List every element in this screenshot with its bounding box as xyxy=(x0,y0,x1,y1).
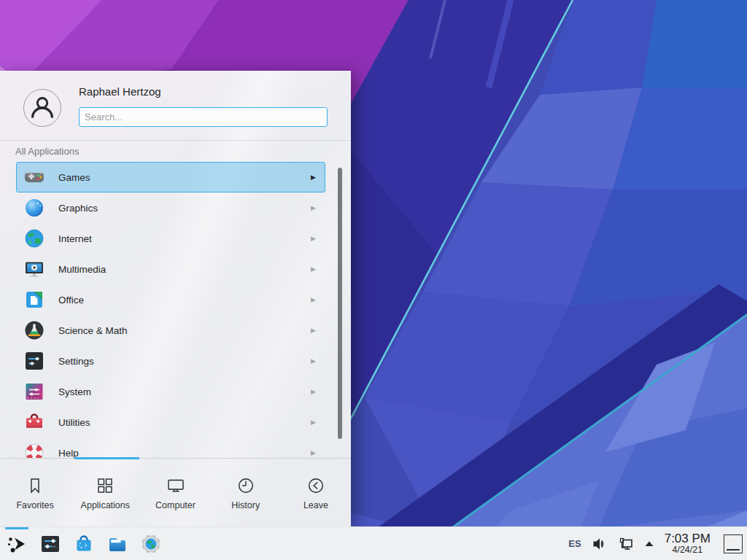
category-label: Settings xyxy=(58,356,94,367)
tab-computer[interactable]: Computer xyxy=(140,459,210,526)
multimedia-icon xyxy=(23,257,46,281)
computer-monitor-icon xyxy=(166,475,186,496)
leave-back-icon xyxy=(306,475,326,496)
launcher-tab-bar: Favorites Applications Compute xyxy=(0,458,351,526)
tab-label: History xyxy=(231,500,260,510)
list-scrollbar[interactable] xyxy=(338,168,342,439)
submenu-arrow-icon: ▶ xyxy=(311,388,316,395)
user-avatar[interactable] xyxy=(23,89,61,127)
submenu-arrow-icon: ▶ xyxy=(311,327,316,334)
gamepad-icon xyxy=(23,166,46,189)
discover-bag-icon xyxy=(72,532,96,556)
application-launcher-menu: Raphael Hertzog All Applications Games xyxy=(0,71,351,526)
submenu-arrow-icon: ▶ xyxy=(311,449,316,456)
category-row-settings[interactable]: Settings ▶ xyxy=(16,346,325,376)
kde-launcher-icon xyxy=(5,532,28,556)
tab-label: Applications xyxy=(81,500,130,510)
submenu-arrow-icon: ▶ xyxy=(311,174,316,181)
graphics-sphere-icon xyxy=(23,196,46,219)
category-row-system[interactable]: System ▶ xyxy=(16,376,325,407)
digital-clock[interactable]: 7:03 PM 4/24/21 xyxy=(665,532,711,555)
applications-grid-icon xyxy=(95,475,115,496)
help-lifebuoy-icon xyxy=(23,441,46,458)
submenu-arrow-icon: ▶ xyxy=(311,265,316,273)
desktop: Raphael Hertzog All Applications Games xyxy=(0,0,747,560)
submenu-arrow-icon: ▶ xyxy=(311,296,316,303)
volume-icon[interactable] xyxy=(592,536,608,552)
category-label: Games xyxy=(58,172,90,183)
system-settings-icon xyxy=(39,532,62,556)
submenu-arrow-icon: ▶ xyxy=(311,419,316,426)
category-label: Office xyxy=(58,295,84,306)
category-row-utilities[interactable]: Utilities ▶ xyxy=(16,407,325,438)
category-list: Games ▶ Graphics ▶ xyxy=(0,162,351,458)
keyboard-layout-indicator[interactable]: ES xyxy=(568,538,581,549)
tab-applications[interactable]: Applications xyxy=(70,459,140,526)
category-label: Graphics xyxy=(58,203,98,214)
category-row-office[interactable]: Office ▶ xyxy=(16,284,325,315)
globe-gear-icon xyxy=(139,532,163,556)
launcher-header: Raphael Hertzog xyxy=(0,71,351,141)
user-name: Raphael Hertzog xyxy=(79,85,161,98)
section-label: All Applications xyxy=(15,146,79,157)
taskbar-panel: ES xyxy=(0,526,747,560)
category-label: System xyxy=(58,386,91,397)
category-row-graphics[interactable]: Graphics ▶ xyxy=(16,192,325,223)
expand-tray-caret-icon[interactable] xyxy=(644,540,654,548)
search-input[interactable] xyxy=(79,107,328,127)
utilities-toolbox-icon xyxy=(23,411,46,434)
history-clock-icon xyxy=(236,475,256,496)
network-icon[interactable] xyxy=(618,536,634,552)
system-icon xyxy=(23,380,46,403)
user-icon xyxy=(24,89,61,127)
discover-button[interactable] xyxy=(67,527,101,560)
settings-sliders-icon xyxy=(23,349,46,373)
favorites-bookmark-icon xyxy=(25,475,45,496)
system-tray: ES xyxy=(568,532,743,555)
clock-date: 4/24/21 xyxy=(665,545,711,555)
application-launcher-button[interactable] xyxy=(0,527,34,560)
office-icon xyxy=(23,288,46,311)
submenu-arrow-icon: ▶ xyxy=(311,204,316,211)
tab-leave[interactable]: Leave xyxy=(281,459,351,526)
science-flask-icon xyxy=(23,319,46,342)
category-row-games[interactable]: Games ▶ xyxy=(16,162,325,192)
dolphin-file-manager-button[interactable] xyxy=(101,527,134,560)
tab-label: Computer xyxy=(155,500,196,510)
submenu-arrow-icon: ▶ xyxy=(311,357,316,365)
category-label: Multimedia xyxy=(58,264,106,275)
web-browser-button[interactable] xyxy=(134,527,168,560)
category-row-help[interactable]: Help ▶ xyxy=(16,438,325,458)
category-label: Utilities xyxy=(58,417,90,428)
system-settings-button[interactable] xyxy=(34,527,67,560)
category-row-multimedia[interactable]: Multimedia ▶ xyxy=(16,254,325,284)
tab-history[interactable]: History xyxy=(211,459,281,526)
category-label: Help xyxy=(58,448,79,459)
tab-label: Favorites xyxy=(16,500,53,510)
submenu-arrow-icon: ▶ xyxy=(311,235,316,242)
category-row-internet[interactable]: Internet ▶ xyxy=(16,223,325,254)
tab-label: Leave xyxy=(303,500,328,510)
internet-globe-icon xyxy=(23,227,46,250)
active-tab-indicator xyxy=(74,457,139,459)
folder-icon xyxy=(106,532,129,556)
category-row-science-math[interactable]: Science & Math ▶ xyxy=(16,315,325,346)
category-label: Internet xyxy=(58,233,92,244)
clock-time: 7:03 PM xyxy=(665,532,711,545)
category-label: Science & Math xyxy=(58,325,128,336)
show-desktop-button[interactable] xyxy=(724,534,743,553)
tab-favorites[interactable]: Favorites xyxy=(0,459,70,526)
